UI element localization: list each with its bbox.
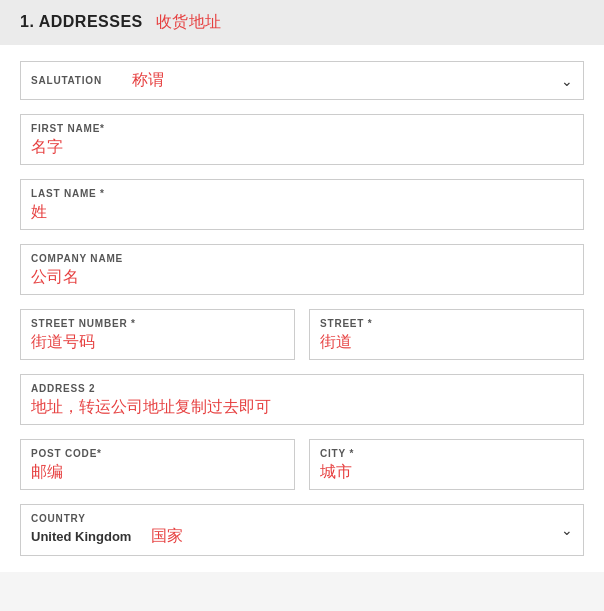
post-code-input-wrapper: POST CODE* [20,439,295,490]
street-number-input-wrapper: STREET NUMBER * [20,309,295,360]
country-value-row: United Kingdom 国家 [31,526,183,547]
street-number-input[interactable] [31,333,284,351]
street-row: STREET NUMBER * STREET * [20,309,584,374]
city-label: CITY * [320,448,573,459]
section-title-english: 1. ADDRESSES [20,13,143,30]
post-code-input[interactable] [31,463,284,481]
company-name-input[interactable] [31,268,573,286]
address2-field: ADDRESS 2 [20,374,584,425]
salutation-field: SALUTATION 称谓 ⌄ [20,61,584,100]
last-name-field: LAST NAME * [20,179,584,230]
address2-label: ADDRESS 2 [31,383,573,394]
last-name-input[interactable] [31,203,573,221]
post-code-label: POST CODE* [31,448,284,459]
page-container: 1. ADDRESSES 收货地址 SALUTATION 称谓 ⌄ FIRST … [0,0,604,611]
country-dropdown[interactable]: COUNTRY United Kingdom 国家 ⌄ [20,504,584,556]
address2-input[interactable] [31,398,573,416]
postcode-city-row: POST CODE* CITY * [20,439,584,504]
first-name-field: FIRST NAME* [20,114,584,165]
street-number-field: STREET NUMBER * [20,309,295,360]
street-label: STREET * [320,318,573,329]
country-label: COUNTRY [31,513,183,524]
country-chinese-value: 国家 [151,526,183,547]
salutation-value: 称谓 [132,70,164,91]
first-name-input[interactable] [31,138,573,156]
city-input[interactable] [320,463,573,481]
street-input-wrapper: STREET * [309,309,584,360]
form-area: SALUTATION 称谓 ⌄ FIRST NAME* [0,45,604,572]
first-name-input-wrapper: FIRST NAME* [20,114,584,165]
last-name-label: LAST NAME * [31,188,573,199]
post-code-field: POST CODE* [20,439,295,490]
country-field: COUNTRY United Kingdom 国家 ⌄ [20,504,584,556]
company-name-field: COMPANY NAME [20,244,584,295]
address2-input-wrapper: ADDRESS 2 [20,374,584,425]
street-number-label: STREET NUMBER * [31,318,284,329]
salutation-inner: SALUTATION 称谓 [31,70,164,91]
section-title: 1. ADDRESSES 收货地址 [20,13,222,30]
city-field: CITY * [309,439,584,490]
section-title-chinese: 收货地址 [156,13,222,30]
section-header: 1. ADDRESSES 收货地址 [0,0,604,45]
company-name-label: COMPANY NAME [31,253,573,264]
street-input[interactable] [320,333,573,351]
salutation-label: SALUTATION [31,75,102,86]
country-inner: COUNTRY United Kingdom 国家 [31,513,183,547]
company-name-input-wrapper: COMPANY NAME [20,244,584,295]
first-name-label: FIRST NAME* [31,123,573,134]
salutation-dropdown[interactable]: SALUTATION 称谓 ⌄ [20,61,584,100]
country-current-value: United Kingdom [31,529,131,544]
street-field: STREET * [309,309,584,360]
chevron-down-icon: ⌄ [561,73,573,89]
country-chevron-down-icon: ⌄ [561,522,573,538]
city-input-wrapper: CITY * [309,439,584,490]
last-name-input-wrapper: LAST NAME * [20,179,584,230]
